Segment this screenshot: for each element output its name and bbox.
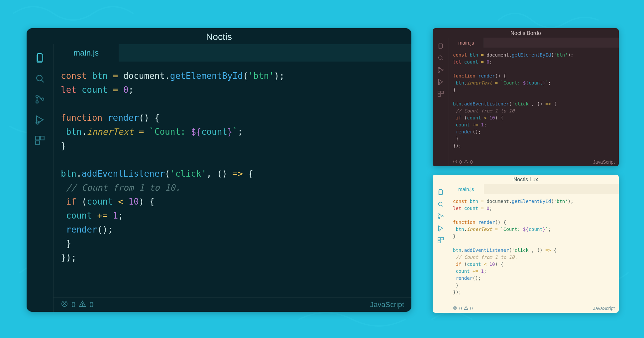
activity-bar: [433, 184, 449, 313]
activity-bar: [27, 44, 54, 312]
source-control-icon[interactable]: [437, 66, 444, 74]
status-bar: 0 0 JavaScript: [54, 297, 411, 312]
error-icon[interactable]: [453, 159, 457, 165]
svg-point-22: [442, 216, 443, 217]
svg-rect-7: [36, 141, 39, 144]
tab-bar-empty: [484, 38, 619, 48]
svg-rect-24: [438, 238, 440, 240]
source-control-icon[interactable]: [34, 93, 46, 105]
warning-count: 0: [89, 300, 93, 309]
extensions-icon[interactable]: [34, 135, 46, 146]
svg-point-9: [82, 305, 83, 306]
warning-count: 0: [470, 306, 473, 311]
svg-point-2: [36, 101, 38, 103]
window-title: Noctis Bordo: [433, 28, 619, 38]
explorer-icon[interactable]: [437, 189, 444, 196]
svg-rect-6: [40, 136, 44, 140]
svg-rect-25: [441, 238, 443, 240]
warning-icon[interactable]: [464, 306, 468, 311]
debug-icon[interactable]: [437, 78, 444, 85]
svg-point-20: [438, 214, 440, 215]
tab-bar: main.js: [54, 44, 411, 62]
theme-window-noctis: Noctis main.js const btn = doc: [27, 28, 411, 312]
explorer-icon[interactable]: [34, 52, 46, 64]
window-title: Noctis: [27, 28, 411, 44]
svg-rect-5: [36, 136, 39, 140]
warning-icon[interactable]: [464, 159, 468, 165]
debug-icon[interactable]: [437, 225, 444, 232]
error-icon[interactable]: [453, 306, 457, 311]
debug-icon[interactable]: [34, 114, 46, 125]
svg-rect-16: [441, 91, 443, 93]
tab-main-js[interactable]: main.js: [449, 184, 484, 194]
tab-main-js[interactable]: main.js: [54, 44, 119, 62]
language-mode[interactable]: JavaScript: [593, 159, 615, 165]
theme-window-noctis-bordo: Noctis Bordo main.js const btn = documen…: [433, 28, 619, 166]
warning-icon[interactable]: [79, 300, 86, 309]
explorer-icon[interactable]: [437, 42, 444, 50]
svg-point-13: [442, 69, 443, 71]
svg-point-3: [42, 98, 44, 100]
error-count: 0: [459, 159, 462, 165]
svg-rect-17: [438, 94, 440, 96]
extensions-icon[interactable]: [437, 237, 444, 244]
search-icon[interactable]: [437, 201, 444, 208]
code-editor[interactable]: const btn = document.getElementById('btn…: [449, 194, 619, 304]
svg-point-1: [36, 95, 38, 97]
theme-window-noctis-lux: Noctis Lux main.js const btn = document.…: [433, 175, 619, 313]
search-icon[interactable]: [34, 73, 46, 84]
tab-bar-empty: [119, 44, 411, 62]
tab-bar: main.js: [449, 184, 619, 194]
code-editor[interactable]: const btn = document.getElementById('btn…: [449, 48, 619, 158]
svg-point-12: [438, 71, 440, 73]
svg-point-21: [438, 217, 440, 219]
code-editor[interactable]: const btn = document.getElementById('btn…: [54, 62, 411, 297]
tab-bar: main.js: [449, 38, 619, 48]
svg-rect-15: [438, 91, 440, 93]
search-icon[interactable]: [437, 54, 444, 62]
svg-point-0: [37, 75, 42, 81]
svg-point-19: [439, 202, 442, 206]
warning-count: 0: [470, 159, 473, 165]
svg-point-11: [438, 67, 440, 69]
svg-point-10: [439, 56, 442, 60]
error-count: 0: [71, 300, 75, 309]
status-bar: 0 0 JavaScript: [449, 158, 619, 166]
activity-bar: [433, 38, 449, 166]
tab-bar-empty: [484, 184, 619, 194]
language-mode[interactable]: JavaScript: [370, 300, 404, 309]
status-bar: 0 0 JavaScript: [449, 304, 619, 313]
extensions-icon[interactable]: [437, 90, 444, 97]
tab-main-js[interactable]: main.js: [449, 38, 484, 48]
language-mode[interactable]: JavaScript: [593, 306, 615, 311]
window-title: Noctis Lux: [433, 175, 619, 184]
error-count: 0: [459, 306, 462, 311]
error-icon[interactable]: [61, 300, 68, 309]
source-control-icon[interactable]: [437, 213, 444, 220]
svg-rect-26: [438, 241, 440, 243]
